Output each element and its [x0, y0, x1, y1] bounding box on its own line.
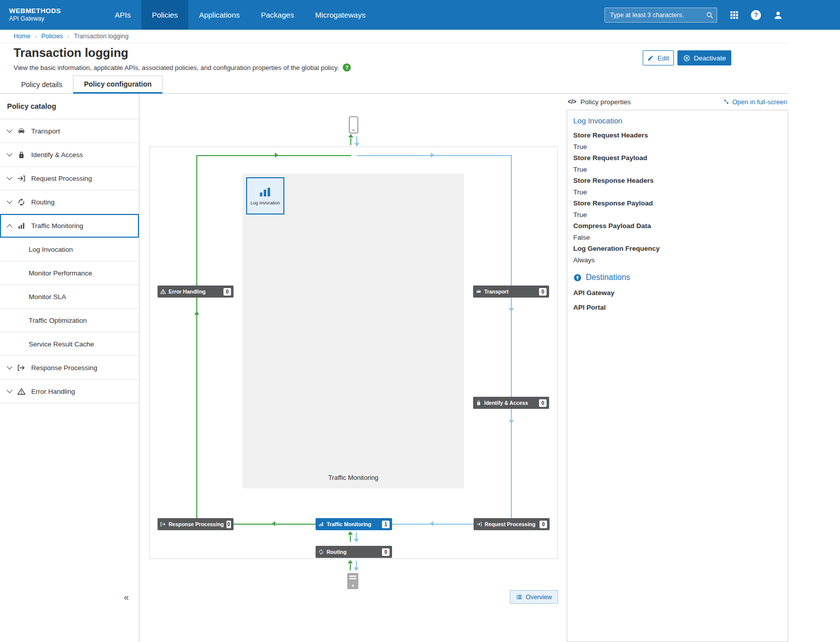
property-value: True: [573, 209, 782, 221]
traffic-monitoring-panel: Traffic Monitoring: [243, 174, 464, 488]
flow-line: [350, 564, 351, 570]
stage-count-badge: 0: [223, 288, 231, 296]
breadcrumb: Home › Policies › Transaction logging: [0, 30, 788, 43]
sidebar-item-response-processing[interactable]: Response Processing: [0, 356, 139, 380]
destinations-icon: [573, 273, 582, 282]
nav-item-policies[interactable]: Policies: [141, 0, 189, 30]
deactivate-button[interactable]: Deactivate: [677, 50, 731, 65]
stage-traffic-monitoring[interactable]: Traffic Monitoring 1: [316, 518, 392, 530]
chevron-down-icon: [7, 127, 12, 132]
nav-item-microgateways[interactable]: Microgateways: [304, 0, 376, 30]
flow-arrow: [354, 567, 359, 571]
sidebar-collapse-button[interactable]: «: [124, 592, 129, 603]
sidebar-item-traffic-optimization[interactable]: Traffic Optimization: [0, 309, 139, 332]
stage-transport[interactable]: Transport 0: [473, 286, 549, 298]
policy-catalog-sidebar: Policy catalog Transport Identify & Acce…: [0, 94, 139, 642]
sidebar-item-traffic-monitoring[interactable]: Traffic Monitoring: [0, 214, 139, 238]
brand-top: WEBMETHODS: [9, 7, 61, 15]
sidebar-item-label: Identify & Access: [31, 151, 83, 159]
sidebar-item-monitor-performance[interactable]: Monitor Performance: [0, 261, 139, 285]
open-fullscreen-link[interactable]: Open in full-screen: [723, 98, 787, 106]
stage-routing[interactable]: Routing 0: [316, 546, 392, 558]
traffic-monitoring-icon: [259, 187, 272, 197]
page-title: Transaction logging: [14, 46, 128, 60]
flow-arrow: [348, 560, 353, 563]
edit-button-label: Edit: [657, 54, 669, 62]
subtitle-help-icon[interactable]: ?: [343, 63, 351, 72]
sidebar-item-service-result-cache[interactable]: Service Result Cache: [0, 332, 139, 356]
policy-name-heading: Log Invocation: [573, 116, 782, 125]
search-icon[interactable]: [706, 11, 714, 19]
client-phone-icon: [348, 116, 359, 135]
tab-policy-configuration[interactable]: Policy configuration: [73, 76, 163, 94]
flow-arrow: [431, 153, 434, 158]
sidebar-item-routing[interactable]: Routing: [0, 190, 139, 214]
tab-policy-details[interactable]: Policy details: [11, 76, 73, 93]
policy-flow-canvas: Traffic Monitoring Log Invocation Error …: [140, 94, 566, 642]
destination-api-gateway: API Gateway: [573, 289, 782, 297]
request-processing-icon: [17, 174, 26, 183]
flow-arrow: [194, 311, 199, 315]
backend-server-icon: [346, 572, 359, 590]
sidebar-item-request-processing[interactable]: Request Processing: [0, 167, 139, 190]
identify-access-icon: [476, 400, 482, 406]
stage-count-badge: 0: [226, 521, 231, 528]
list-icon: [516, 594, 522, 600]
tab-bar: Policy details Policy configuration: [0, 76, 788, 94]
flow-arrow: [348, 134, 353, 137]
traffic-monitoring-icon: [17, 222, 26, 230]
nav-item-applications[interactable]: Applications: [188, 0, 250, 30]
deactivate-icon: [683, 54, 691, 62]
overview-button[interactable]: Overview: [510, 590, 558, 604]
property-value: True: [573, 164, 782, 176]
sidebar-item-transport[interactable]: Transport: [0, 119, 139, 143]
chevron-up-icon: [7, 224, 12, 230]
sidebar-item-log-invocation[interactable]: Log Invocation: [0, 238, 139, 261]
policy-properties-panel: </> Policy properties Open in full-scree…: [567, 94, 788, 642]
response-processing-icon: [160, 521, 166, 527]
breadcrumb-current: Transaction logging: [74, 33, 129, 40]
sidebar-item-identify-access[interactable]: Identify & Access: [0, 143, 139, 167]
edit-button[interactable]: Edit: [643, 50, 674, 65]
apps-grid-icon[interactable]: [729, 10, 739, 20]
sidebar-item-label: Error Handling: [31, 388, 75, 395]
stage-error-handling[interactable]: Error Handling 0: [158, 286, 234, 298]
stage-request-processing[interactable]: Request Processing 0: [474, 518, 550, 530]
property-name: Store Request Payload: [573, 153, 782, 164]
flow-line: [511, 156, 512, 524]
flow-arrow: [509, 420, 514, 423]
routing-icon: [318, 549, 324, 555]
identify-access-icon: [17, 151, 26, 159]
user-icon[interactable]: [773, 10, 783, 20]
property-name: Store Request Headers: [573, 130, 782, 141]
property-value: True: [573, 187, 782, 198]
breadcrumb-home[interactable]: Home: [14, 33, 30, 40]
flow-arrow: [348, 531, 353, 535]
sidebar-item-monitor-sla[interactable]: Monitor SLA: [0, 285, 139, 309]
stage-count-badge: 1: [382, 521, 390, 528]
stage-identify-access[interactable]: Identify & Access 0: [473, 397, 549, 409]
property-value: False: [573, 232, 782, 244]
sidebar-item-error-handling[interactable]: Error Handling: [0, 380, 139, 403]
chevron-down-icon: [7, 151, 12, 156]
nav-item-apis[interactable]: APIs: [104, 0, 141, 30]
deactivate-button-label: Deactivate: [694, 54, 726, 62]
error-handling-icon: [17, 387, 26, 396]
search-input[interactable]: [604, 8, 717, 23]
sidebar-item-label: Response Processing: [31, 364, 97, 372]
stage-response-processing[interactable]: Response Processing 0: [158, 518, 234, 530]
properties-header-row: </> Policy properties Open in full-scree…: [567, 94, 788, 110]
property-name: Compress Payload Data: [573, 221, 782, 232]
sidebar-item-label: Transport: [31, 127, 60, 135]
breadcrumb-policies[interactable]: Policies: [41, 33, 63, 40]
log-invocation-card[interactable]: Log Invocation: [246, 177, 284, 215]
routing-icon: [17, 198, 26, 206]
warning-icon: [160, 289, 166, 295]
properties-box: Log Invocation Store Request Headers Tru…: [567, 110, 788, 642]
flow-arrow: [354, 143, 359, 147]
top-nav: WEBMETHODS API Gateway APIs Policies App…: [0, 0, 840, 30]
card-label: Log Invocation: [251, 200, 280, 205]
help-icon[interactable]: ?: [751, 10, 761, 20]
page-header: Transaction logging View the basic infor…: [0, 43, 788, 76]
nav-item-packages[interactable]: Packages: [250, 0, 304, 30]
